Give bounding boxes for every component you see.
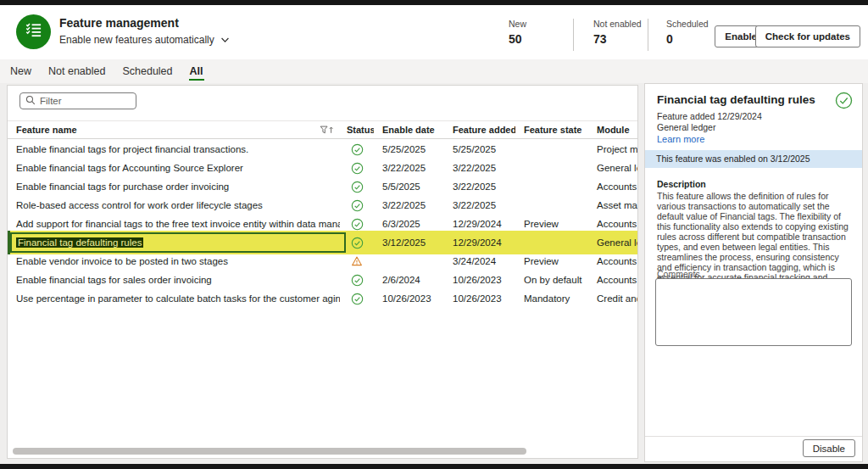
horizontal-scrollbar-thumb[interactable] — [13, 448, 526, 455]
column-header-feature-added[interactable]: Feature added ↓ — [444, 125, 515, 135]
enable-date-cell: 3/12/2025 — [374, 237, 444, 248]
module-cell: Accounts p — [588, 256, 638, 266]
filter-input[interactable] — [40, 96, 131, 106]
counter-new-value: 50 — [509, 32, 526, 46]
enable-date-cell: 3/22/2025 — [374, 163, 444, 173]
feature-name-cell[interactable]: Add support for financial tags to the fr… — [8, 219, 340, 229]
module-cell: Accounts p — [588, 181, 638, 192]
enable-date-cell: 5/5/2025 — [374, 181, 444, 192]
disable-button[interactable]: Disable — [803, 439, 855, 457]
table-body: Enable financial tags for project financ… — [8, 140, 638, 308]
feature-added-cell: 12/29/2024 — [444, 237, 515, 248]
feature-state-cell: On by default — [515, 275, 588, 285]
table-row[interactable]: Enable financial tags for purchase order… — [8, 177, 638, 196]
column-header-enable-date[interactable]: Enable date — [374, 125, 444, 135]
table-row[interactable]: Financial tag defaulting rules3/12/20251… — [8, 233, 638, 252]
feature-added-cell: 12/29/2024 — [444, 219, 515, 229]
page-title: Feature management — [59, 16, 179, 30]
module-cell: General led — [588, 237, 638, 248]
enabled-status-icon — [340, 293, 374, 305]
feature-management-screen: Feature management Enable new features a… — [0, 0, 868, 469]
feature-added-cell: 3/22/2025 — [444, 181, 515, 192]
counter-not-enabled-label: Not enabled — [593, 19, 642, 29]
feature-added-cell: 3/22/2025 — [444, 200, 515, 210]
feature-name-cell[interactable]: Enable financial tags for purchase order… — [8, 181, 340, 192]
column-header-feature-state[interactable]: Feature state — [515, 125, 588, 135]
module-cell: Project ma — [588, 144, 638, 154]
feature-management-app-icon — [16, 14, 51, 49]
tab-new[interactable]: New — [2, 59, 40, 83]
feature-state-cell: Preview — [515, 256, 588, 266]
counter-divider — [648, 19, 648, 51]
enable-date-cell: 2/6/2024 — [374, 275, 444, 285]
enabled-status-icon — [340, 199, 374, 212]
module-cell: Accounts r — [588, 275, 638, 285]
counter-not-enabled: Not enabled 73 — [593, 19, 642, 46]
enabled-status-icon — [340, 274, 374, 287]
feature-name-cell[interactable]: Use percentage in parameter to calculate… — [8, 293, 340, 304]
description-label: Description — [657, 179, 706, 189]
feature-added-cell: 3/22/2025 — [444, 163, 515, 173]
feature-name-cell[interactable]: Enable financial tags for Accounting Sou… — [8, 163, 340, 173]
enable-date-cell: 3/22/2025 — [374, 200, 444, 210]
comments-textarea[interactable] — [655, 278, 852, 346]
counter-scheduled-label: Scheduled — [666, 19, 709, 29]
column-header-status[interactable]: Status — [340, 125, 374, 135]
enable-date-cell: 10/26/2023 — [374, 293, 444, 304]
details-feature-added: Feature added 12/29/2024 — [657, 111, 762, 121]
view-tab-strip: NewNot enabledScheduledAll — [0, 59, 868, 83]
feature-added-cell: 10/26/2023 — [444, 275, 515, 285]
feature-name-cell[interactable]: Enable financial tags for project financ… — [8, 144, 340, 154]
details-module: General ledger — [657, 122, 715, 132]
feature-added-cell: 10/26/2023 — [444, 293, 515, 304]
feature-name-cell[interactable]: Enable financial tags for sales order in… — [8, 275, 340, 285]
counter-divider — [573, 19, 574, 51]
enabled-status-icon — [340, 218, 374, 231]
column-header-module[interactable]: Module ⋮ — [588, 125, 638, 136]
warning-status-icon — [340, 255, 374, 267]
feature-details-panel: Financial tag defaulting rules Feature a… — [644, 83, 863, 462]
module-cell: Credit and — [588, 293, 638, 304]
table-row[interactable]: Role-based access control for work order… — [8, 196, 638, 215]
table-row[interactable]: Enable financial tags for sales order in… — [8, 271, 638, 289]
table-row[interactable]: Use percentage in parameter to calculate… — [8, 289, 638, 308]
counter-scheduled-value: 0 — [666, 32, 709, 46]
counter-scheduled: Scheduled 0 — [666, 19, 709, 46]
tab-not-enabled[interactable]: Not enabled — [40, 59, 114, 83]
feature-grid-card: Feature name Status Enable date Feature … — [7, 85, 638, 459]
filter-box[interactable] — [19, 92, 136, 109]
filter-funnel-icon[interactable] — [320, 126, 334, 135]
enabled-status-icon — [835, 92, 853, 113]
column-header-feature-name[interactable]: Feature name — [8, 125, 340, 135]
tab-scheduled[interactable]: Scheduled — [114, 59, 181, 83]
checklist-icon — [24, 20, 43, 43]
learn-more-link[interactable]: Learn more — [657, 134, 704, 144]
auto-enable-dropdown[interactable]: Enable new features automatically — [59, 34, 230, 46]
feature-added-cell: 3/24/2024 — [444, 256, 515, 266]
enable-date-cell: 5/25/2025 — [374, 144, 444, 154]
table-row[interactable]: Enable financial tags for project financ… — [8, 140, 638, 159]
module-cell: Asset mana — [588, 200, 638, 210]
search-icon — [25, 93, 36, 109]
counter-new: New 50 — [509, 19, 526, 46]
table-row[interactable]: Enable vendor invoice to be posted in tw… — [8, 252, 638, 271]
feature-name-cell[interactable]: Financial tag defaulting rules — [8, 237, 340, 248]
feature-name-cell[interactable]: Role-based access control for work order… — [8, 200, 340, 210]
feature-added-cell: 5/25/2025 — [444, 144, 515, 154]
page-header: Feature management Enable new features a… — [0, 5, 868, 59]
details-footer: Disable — [645, 436, 862, 461]
enabled-status-icon — [340, 237, 374, 249]
counter-not-enabled-value: 73 — [593, 32, 642, 46]
table-row[interactable]: Enable financial tags for Accounting Sou… — [8, 159, 638, 177]
enable-date-cell: 6/3/2025 — [374, 219, 444, 229]
enabled-info-bar: This feature was enabled on 3/12/2025 — [645, 150, 862, 168]
selected-row-indicator — [8, 231, 10, 254]
table-row[interactable]: Add support for financial tags to the fr… — [8, 215, 638, 233]
check-for-updates-button[interactable]: Check for updates — [755, 25, 860, 47]
feature-state-cell: Preview — [515, 219, 588, 229]
module-cell: General led — [588, 163, 638, 173]
enabled-status-icon — [340, 143, 374, 156]
tab-all[interactable]: All — [181, 59, 212, 83]
feature-name-cell[interactable]: Enable vendor invoice to be posted in tw… — [8, 256, 340, 266]
window-bottom-edge — [0, 464, 868, 469]
